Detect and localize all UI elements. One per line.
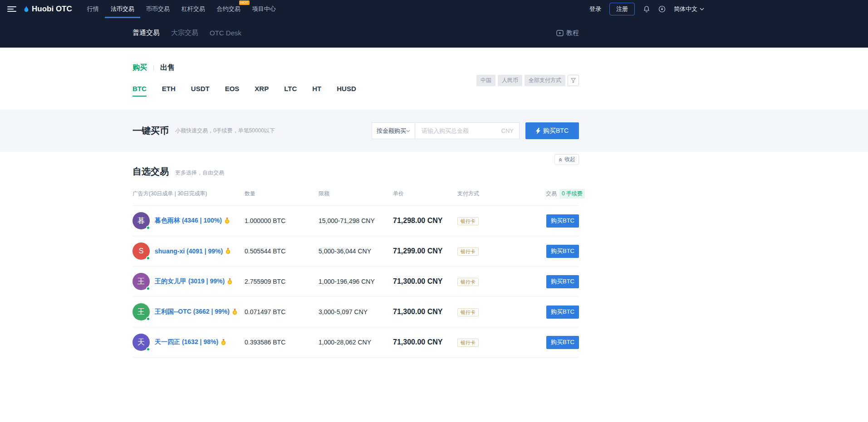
header-trade: 交易 0 手续费 [546, 189, 579, 199]
payment-method-chip: 银行卡 [457, 247, 479, 256]
nav-item-label: 合约交易 [217, 5, 240, 13]
advertiser-link[interactable]: 王的女儿甲 (3019 | 99%) [155, 277, 225, 286]
advertiser-link[interactable]: shuang-xi (4091 | 99%) [155, 247, 223, 255]
nav-item-margin-trade[interactable]: 杠杆交易 [176, 0, 211, 18]
header: Huobi OTC 行情 法币交易 币币交易 杠杆交易 合约交易HOT 项目中心… [0, 0, 868, 48]
header-trade-label: 交易 [546, 190, 557, 198]
play-icon [556, 30, 564, 36]
fee-badge: 0 手续费 [559, 189, 585, 199]
avatar-letter: 暮 [137, 216, 145, 226]
huobi-logo[interactable]: Huobi OTC [23, 5, 72, 14]
amount-input-wrap: CNY [415, 122, 520, 139]
offer-row: 王 王利国--OTC (3662 | 99%) 0.071497 BTC 3,0… [132, 297, 579, 327]
coin-tab-ltc[interactable]: LTC [284, 85, 297, 95]
avatar-letter: 王 [137, 277, 145, 286]
hamburger-menu-icon[interactable] [7, 6, 16, 12]
online-dot [146, 286, 150, 291]
filter-chips: 中国 人民币 全部支付方式 [476, 75, 579, 86]
avatar: 王 [132, 273, 150, 290]
coin-tab-eos[interactable]: EOS [225, 85, 240, 95]
online-dot [146, 347, 150, 351]
coin-tab-eth[interactable]: ETH [162, 85, 176, 95]
nav-item-fiat-trade[interactable]: 法币交易 [105, 0, 140, 18]
offer-price: 71,300.00 CNY [393, 277, 457, 286]
coin-tab-usdt[interactable]: USDT [191, 85, 210, 95]
quick-buy-section: 一键买币 小额快速交易，0手续费，单笔50000以下 按金额购买 CNY 购买B… [0, 110, 868, 152]
header-amount: 数量 [245, 190, 319, 198]
buy-mode-value: 按金额购买 [377, 127, 406, 135]
offer-amount: 2.755909 BTC [245, 278, 319, 285]
currency-label: CNY [501, 127, 514, 134]
filter-button[interactable] [568, 75, 579, 86]
collapse-button[interactable]: 收起 [554, 154, 579, 165]
coin-tabs: BTC ETH USDT EOS XRP LTC HT HUSD [132, 85, 579, 95]
nav-item-market[interactable]: 行情 [81, 0, 105, 18]
offer-price: 71,300.00 CNY [393, 308, 457, 316]
login-link[interactable]: 登录 [589, 5, 601, 13]
nav-item-project-center[interactable]: 项目中心 [246, 0, 282, 18]
offer-price: 71,300.00 CNY [393, 338, 457, 346]
avatar-letter: 天 [137, 338, 145, 347]
payment-method-chip: 银行卡 [457, 217, 479, 225]
quick-buy-controls: 按金额购买 CNY 购买BTC [372, 122, 579, 139]
avatar-letter: 王 [137, 307, 145, 317]
quick-buy-button-label: 购买BTC [543, 127, 569, 135]
tab-buy[interactable]: 购买 [132, 63, 147, 73]
filter-chip-currency[interactable]: 人民币 [498, 75, 522, 86]
offer-row: S shuang-xi (4091 | 99%) 0.505544 BTC 5,… [132, 236, 579, 267]
notifications-button[interactable] [643, 5, 650, 13]
medal-icon [227, 278, 233, 285]
coin-tab-husd[interactable]: HUSD [337, 85, 356, 95]
coin-filter-section: 购买 出售 BTC ETH USDT EOS XRP LTC HT HUSD 中… [0, 48, 868, 110]
header-advertiser: 广告方(30日成单 | 30日完成率) [132, 190, 245, 198]
buy-btc-button[interactable]: 购买BTC [546, 275, 579, 288]
offer-limit: 3,000-5,097 CNY [319, 308, 393, 315]
divider [153, 65, 154, 71]
offer-amount: 0.505544 BTC [245, 247, 319, 255]
avatar: S [132, 243, 150, 260]
advertiser-link[interactable]: 暮色雨林 (4346 | 100%) [155, 217, 222, 225]
nav-item-spot-trade[interactable]: 币币交易 [140, 0, 176, 18]
advertiser-link[interactable]: 天一四正 (1632 | 98%) [155, 338, 218, 346]
offer-price: 71,298.00 CNY [393, 217, 457, 225]
offer-row: 王 王的女儿甲 (3019 | 99%) 2.755909 BTC 1,000-… [132, 267, 579, 297]
buy-btc-button[interactable]: 购买BTC [546, 214, 579, 228]
buy-btc-button[interactable]: 购买BTC [546, 336, 579, 349]
buy-btc-button[interactable]: 购买BTC [546, 306, 579, 319]
payment-method-chip: 银行卡 [457, 278, 479, 286]
avatar: 王 [132, 303, 150, 320]
language-selector[interactable]: 简体中文 [674, 5, 704, 13]
chevron-down-icon [700, 8, 704, 10]
tab-sell[interactable]: 出售 [160, 63, 175, 73]
main-nav: 行情 法币交易 币币交易 杠杆交易 合约交易HOT 项目中心 [81, 0, 282, 18]
quick-buy-button[interactable]: 购买BTC [525, 122, 579, 139]
tutorial-link[interactable]: 教程 [556, 29, 579, 37]
coin-tab-xrp[interactable]: XRP [255, 85, 269, 95]
coin-tab-ht[interactable]: HT [312, 85, 321, 95]
offer-amount: 1.000000 BTC [245, 217, 319, 224]
online-dot [146, 226, 150, 230]
filter-chip-payment[interactable]: 全部支付方式 [525, 75, 565, 86]
bell-icon [643, 5, 650, 13]
offer-limit: 1,000-196,496 CNY [319, 278, 393, 285]
register-button[interactable]: 注册 [609, 3, 635, 15]
avatar-letter: S [139, 247, 144, 255]
download-app-button[interactable] [658, 5, 666, 13]
payment-method-chip: 银行卡 [457, 308, 479, 316]
market-subtitle: 更多选择，自由交易 [175, 169, 224, 177]
advertiser-link[interactable]: 王利国--OTC (3662 | 99%) [155, 308, 230, 316]
tab-block-trade[interactable]: 大宗交易 [171, 29, 198, 37]
tab-otc-desk[interactable]: OTC Desk [210, 29, 241, 37]
buy-btc-button[interactable]: 购买BTC [546, 245, 579, 258]
medal-icon [221, 339, 226, 345]
offer-limit: 15,000-71,298 CNY [319, 217, 393, 224]
amount-input[interactable] [421, 127, 501, 135]
download-icon [658, 5, 666, 13]
offer-amount: 0.071497 BTC [245, 308, 319, 315]
filter-chip-country[interactable]: 中国 [476, 75, 495, 86]
table-header: 广告方(30日成单 | 30日完成率) 数量 限额 单价 支付方式 交易 0 手… [132, 189, 579, 206]
buy-mode-select[interactable]: 按金额购买 [372, 122, 415, 139]
nav-item-contract-trade[interactable]: 合约交易HOT [211, 0, 246, 18]
coin-tab-btc[interactable]: BTC [132, 85, 147, 95]
tab-normal-trade[interactable]: 普通交易 [132, 29, 160, 37]
